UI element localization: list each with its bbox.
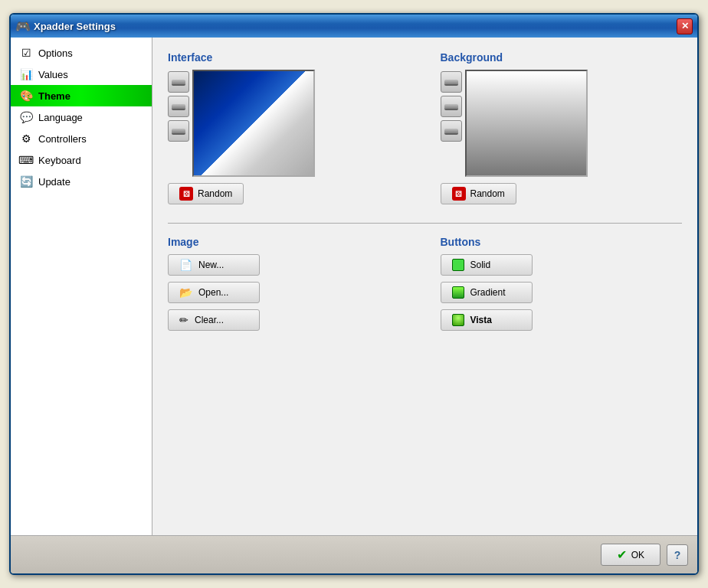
vista-label: Vista — [470, 315, 492, 325]
window-icon: 🎮 — [15, 19, 29, 33]
close-button[interactable]: ✕ — [677, 18, 693, 34]
open-icon: 📂 — [179, 286, 192, 299]
clear-button[interactable]: ✏ Clear... — [168, 309, 260, 331]
vista-icon — [452, 314, 464, 326]
solid-label: Solid — [470, 260, 491, 270]
image-buttons-row: Image 📄 New... 📂 Open... ✏ Clear... — [168, 236, 682, 337]
theme-preview-row: Interface ⚄ Random — [168, 51, 682, 204]
bottom-bar: ✔ OK ? — [11, 535, 697, 573]
sidebar-label-keyboard: Keyboard — [38, 155, 81, 166]
solid-button[interactable]: Solid — [441, 254, 533, 276]
interface-dice-icon: ⚄ — [179, 187, 193, 201]
sidebar-label-theme: Theme — [38, 90, 70, 102]
buttons-title: Buttons — [441, 236, 683, 248]
background-btn-1[interactable] — [441, 71, 462, 93]
image-title: Image — [168, 236, 410, 248]
open-button[interactable]: 📂 Open... — [168, 282, 260, 303]
interface-preview-area — [168, 70, 410, 177]
ok-button[interactable]: ✔ OK — [601, 544, 660, 566]
options-icon: ☑ — [18, 45, 34, 60]
sidebar-item-controllers[interactable]: ⚙ Controllers — [11, 128, 152, 149]
language-icon: 💬 — [18, 109, 34, 125]
background-title: Background — [441, 51, 683, 64]
new-label: New... — [198, 260, 224, 270]
ok-label: OK — [631, 550, 644, 560]
clear-label: Clear... — [195, 315, 224, 325]
interface-preview — [192, 70, 315, 177]
theme-icon: 🎨 — [18, 88, 34, 103]
gradient-button[interactable]: Gradient — [441, 282, 533, 303]
image-section: Image 📄 New... 📂 Open... ✏ Clear... — [168, 236, 410, 337]
sidebar-label-values: Values — [38, 69, 68, 80]
interface-section: Interface ⚄ Random — [168, 51, 410, 204]
sidebar-label-options: Options — [38, 47, 73, 59]
title-bar: 🎮 Xpadder Settings ✕ — [11, 15, 697, 38]
interface-btn-1[interactable] — [168, 71, 189, 93]
interface-side-buttons — [168, 71, 189, 142]
main-window: 🎮 Xpadder Settings ✕ ☑ Options 📊 Values … — [9, 13, 699, 575]
window-body: ☑ Options 📊 Values 🎨 Theme 💬 Language ⚙ … — [11, 38, 697, 535]
sidebar-item-values[interactable]: 📊 Values — [11, 64, 152, 85]
background-preview-image — [467, 71, 586, 175]
new-button[interactable]: 📄 New... — [168, 254, 260, 276]
interface-random-label: Random — [198, 188, 232, 199]
background-dice-icon: ⚄ — [452, 187, 466, 201]
update-icon: 🔄 — [18, 174, 34, 189]
new-icon: 📄 — [179, 259, 192, 271]
controllers-icon: ⚙ — [18, 131, 34, 146]
divider — [168, 223, 682, 224]
interface-title: Interface — [168, 51, 410, 64]
background-preview — [465, 70, 588, 177]
help-label: ? — [674, 549, 681, 561]
interface-preview-image — [194, 71, 313, 175]
vista-button[interactable]: Vista — [441, 309, 533, 331]
sidebar-item-theme[interactable]: 🎨 Theme — [11, 85, 152, 106]
sidebar: ☑ Options 📊 Values 🎨 Theme 💬 Language ⚙ … — [11, 38, 152, 535]
background-btn-2[interactable] — [441, 96, 462, 117]
values-icon: 📊 — [18, 67, 34, 82]
open-label: Open... — [198, 287, 228, 298]
sidebar-label-update: Update — [38, 176, 70, 188]
ok-check-icon: ✔ — [617, 547, 627, 562]
background-random-label: Random — [470, 188, 505, 199]
gradient-icon — [452, 286, 464, 299]
background-random-button[interactable]: ⚄ Random — [441, 183, 516, 204]
background-side-buttons — [441, 71, 462, 142]
solid-icon — [452, 259, 464, 271]
help-button[interactable]: ? — [667, 544, 688, 566]
sidebar-item-options[interactable]: ☑ Options — [11, 42, 152, 64]
background-preview-area — [441, 70, 683, 177]
keyboard-icon: ⌨ — [18, 152, 34, 168]
clear-icon: ✏ — [179, 314, 188, 326]
sidebar-item-keyboard[interactable]: ⌨ Keyboard — [11, 149, 152, 171]
interface-btn-3[interactable] — [168, 120, 189, 142]
interface-btn-2[interactable] — [168, 96, 189, 117]
gradient-label: Gradient — [470, 287, 506, 298]
sidebar-label-language: Language — [38, 112, 83, 123]
background-btn-3[interactable] — [441, 120, 462, 142]
background-section: Background ⚄ Random — [441, 51, 683, 204]
sidebar-label-controllers: Controllers — [38, 133, 87, 145]
window-title: Xpadder Settings — [34, 21, 116, 32]
interface-random-button[interactable]: ⚄ Random — [168, 183, 244, 204]
title-bar-left: 🎮 Xpadder Settings — [15, 19, 116, 33]
buttons-section: Buttons Solid Gradient Vista — [441, 236, 683, 337]
sidebar-item-update[interactable]: 🔄 Update — [11, 171, 152, 192]
sidebar-item-language[interactable]: 💬 Language — [11, 106, 152, 128]
main-content: Interface ⚄ Random — [152, 38, 697, 535]
